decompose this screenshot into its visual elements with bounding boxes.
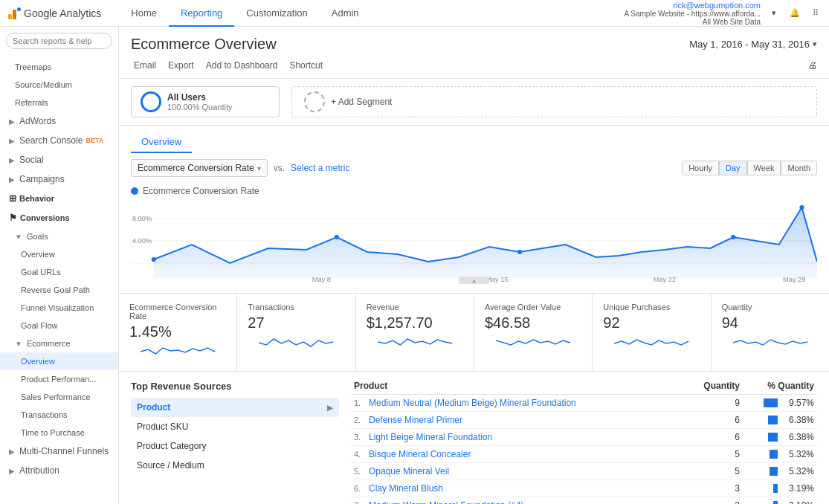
sidebar-item-funnel-visualization[interactable]: Funnel Visualization <box>0 299 118 317</box>
col-header-pct: % Quantity <box>740 381 814 391</box>
time-btn-hourly[interactable]: Hourly <box>682 161 719 175</box>
svg-rect-21 <box>768 416 778 424</box>
segment-text: All Users 100.00% Quantity <box>167 92 232 112</box>
flag-icon: ⚑ <box>9 213 17 223</box>
sidebar-item-campaigns[interactable]: ▶ Campaigns <box>0 169 118 189</box>
email-button[interactable]: Email <box>131 59 159 72</box>
select-metric-link[interactable]: Select a metric <box>291 163 349 173</box>
row-product-name[interactable]: Medium Warm Mineral Foundation (#4) <box>369 500 680 504</box>
sidebar-item-treemaps[interactable]: Treemaps <box>0 58 118 76</box>
page-title: Ecommerce Overview <box>131 36 277 53</box>
sidebar-item-goal-flow[interactable]: Goal Flow <box>0 317 118 335</box>
add-to-dashboard-button[interactable]: Add to Dashboard <box>203 59 281 72</box>
row-num: 1. <box>354 398 369 407</box>
sidebar: Treemaps Source/Medium Referrals ▶ AdWor… <box>0 27 119 504</box>
sidebar-item-adwords[interactable]: ▶ AdWords <box>0 112 118 131</box>
search-input[interactable] <box>6 33 112 49</box>
apps-icon[interactable]: ⠿ <box>808 6 823 21</box>
sidebar-item-conversions[interactable]: ⚑ Conversions <box>0 208 118 227</box>
row-quantity: 5 <box>680 466 740 476</box>
dropdown-icon[interactable]: ▾ <box>767 6 781 21</box>
sidebar-item-multi-channel[interactable]: ▶ Multi-Channel Funnels <box>0 442 118 461</box>
sparkline-3 <box>485 332 581 354</box>
row-product-name[interactable]: Bisque Mineral Concealer <box>369 449 680 459</box>
time-btn-month[interactable]: Month <box>781 161 817 175</box>
sidebar-item-product-performance[interactable]: Product Performan... <box>0 370 118 388</box>
toolbar: Email Export Add to Dashboard Shortcut 🖨 <box>119 59 829 79</box>
bar-chart <box>773 501 778 504</box>
time-buttons: Hourly Day Week Month <box>682 161 817 175</box>
bell-icon[interactable]: 🔔 <box>787 6 802 21</box>
stat-label-4: Unique Purchases <box>603 303 700 311</box>
sidebar-item-ecommerce-overview[interactable]: Overview <box>0 352 118 370</box>
row-product-name[interactable]: Opaque Mineral Veil <box>369 466 680 476</box>
bar-chart <box>764 398 778 407</box>
table-row: 5. Opaque Mineral Veil 5 5.32% <box>351 463 817 480</box>
bar-chart <box>768 416 778 424</box>
nav-admin[interactable]: Admin <box>320 0 371 27</box>
row-product-name[interactable]: Clay Mineral Blush <box>369 483 680 494</box>
revenue-product-label: Product <box>137 402 170 413</box>
svg-point-12 <box>731 235 735 239</box>
stat-avg-order: Average Order Value $46.58 <box>474 294 593 371</box>
stat-value-4: 92 <box>603 314 700 332</box>
revenue-item-product-sku[interactable]: Product SKU <box>131 417 339 436</box>
sidebar-item-referrals[interactable]: Referrals <box>0 94 118 112</box>
nav-customization[interactable]: Customization <box>234 0 319 27</box>
sidebar-item-ecommerce[interactable]: ▼ Ecommerce <box>0 335 118 352</box>
add-segment-button[interactable]: + Add Segment <box>291 86 817 117</box>
line-chart: 8.00% 4.00% May 8 May 15 May 22 May 29 <box>131 196 817 285</box>
row-product-name[interactable]: Defense Mineral Primer <box>369 415 680 425</box>
sidebar-item-goals-overview[interactable]: Overview <box>0 245 118 263</box>
segment-sub: 100.00% Quantity <box>167 103 232 112</box>
add-segment-label: + Add Segment <box>331 97 392 107</box>
row-product-name[interactable]: Light Beige Mineral Foundation <box>369 432 680 442</box>
logo-text: Google Analytics <box>24 7 101 19</box>
sidebar-item-attribution[interactable]: ▶ Attribution <box>0 461 118 480</box>
sidebar-item-reverse-goal-path[interactable]: Reverse Goal Path <box>0 281 118 299</box>
user-info: rick@webgumption.com A Sample Website - … <box>624 1 761 26</box>
row-product-name[interactable]: Medium Neutral (Medium Beige) Mineral Fo… <box>369 398 680 408</box>
logo: Google Analytics <box>6 6 101 21</box>
nav-reporting[interactable]: Reporting <box>169 0 234 27</box>
sparkline-1 <box>248 332 344 354</box>
nav-home[interactable]: Home <box>119 0 169 27</box>
date-range-picker[interactable]: May 1, 2016 - May 31, 2016 ▾ <box>689 39 817 50</box>
tab-overview[interactable]: Overview <box>131 132 192 153</box>
row-pct-text: 9.57% <box>781 398 814 408</box>
user-email: rick@webgumption.com <box>624 1 761 10</box>
export-button[interactable]: Export <box>165 59 197 72</box>
svg-text:May 22: May 22 <box>654 276 676 283</box>
metric-dropdown[interactable]: Ecommerce Conversion Rate ▾ <box>131 159 268 177</box>
time-btn-week[interactable]: Week <box>747 161 781 175</box>
sidebar-item-goals[interactable]: ▼ Goals <box>0 227 118 245</box>
revenue-sources: Top Revenue Sources Product ▶ Product SK… <box>131 381 339 504</box>
row-pct-text: 6.38% <box>781 432 814 442</box>
sidebar-item-source-medium[interactable]: Source/Medium <box>0 76 118 94</box>
row-quantity: 3 <box>680 500 740 504</box>
sidebar-item-behavior[interactable]: ⊞ Behavior <box>0 189 118 208</box>
legend-label: Ecommerce Conversion Rate <box>143 186 259 196</box>
site-scope: All Web Site Data <box>624 18 761 26</box>
svg-point-9 <box>152 257 156 262</box>
vs-label: vs. <box>274 163 285 173</box>
revenue-item-product[interactable]: Product ▶ <box>131 398 339 417</box>
time-btn-day[interactable]: Day <box>719 161 747 175</box>
svg-rect-2 <box>13 10 16 19</box>
row-bar-pct: 5.32% <box>740 449 814 459</box>
row-quantity: 3 <box>680 483 740 494</box>
segment-indicator <box>141 91 161 112</box>
sidebar-item-transactions[interactable]: Transactions <box>0 406 118 424</box>
svg-text:▲: ▲ <box>471 278 477 284</box>
print-icon[interactable]: 🖨 <box>808 60 817 71</box>
shortcut-button[interactable]: Shortcut <box>286 59 326 72</box>
revenue-item-source-medium[interactable]: Source / Medium <box>131 456 339 475</box>
svg-rect-20 <box>764 398 778 407</box>
chart-controls: Ecommerce Conversion Rate ▾ vs. Select a… <box>119 153 829 183</box>
revenue-item-product-category[interactable]: Product Category <box>131 436 339 456</box>
sidebar-item-goal-urls[interactable]: Goal URLs <box>0 263 118 281</box>
sidebar-item-social[interactable]: ▶ Social <box>0 150 118 169</box>
sidebar-item-sales-performance[interactable]: Sales Performance <box>0 388 118 406</box>
sidebar-item-search-console[interactable]: ▶ Search Console BETA <box>0 131 118 150</box>
sidebar-item-time-to-purchase[interactable]: Time to Purchase <box>0 424 118 442</box>
